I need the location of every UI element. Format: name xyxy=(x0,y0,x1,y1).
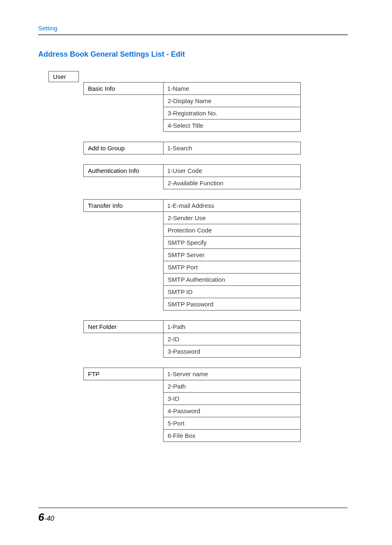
section-header-cell: Net Folder xyxy=(83,320,164,333)
list-item: SMTP Port xyxy=(163,261,301,274)
list-item: 3-ID xyxy=(163,393,301,405)
list-item: 1-E-mail Address xyxy=(163,199,301,212)
section-header-cell: Add to Group xyxy=(83,142,164,154)
page-index: 40 xyxy=(46,515,54,522)
section-items: 1-User Code 2-Available Function xyxy=(163,164,301,189)
list-item: 3-Registration No. xyxy=(163,107,301,120)
section-items: 1-Name 2-Display Name 3-Registration No.… xyxy=(163,82,301,132)
list-item: 1-Search xyxy=(163,142,301,154)
section-basic-info: Basic Info 1-Name 2-Display Name 3-Regis… xyxy=(83,82,348,132)
list-item: 2-Available Function xyxy=(163,177,301,189)
section-header: Setting xyxy=(38,25,348,32)
section-header-cell: Authentication Info xyxy=(83,164,164,177)
list-item: 2-Sender Use xyxy=(163,212,301,224)
list-item: SMTP Server xyxy=(163,249,301,261)
section-net-folder: Net Folder 1-Path 2-ID 3-Password xyxy=(83,320,348,358)
list-item: SMTP Authentication xyxy=(163,274,301,286)
list-item: 5-Port xyxy=(163,417,301,430)
page-number: 6-40 xyxy=(38,511,54,524)
list-item: SMTP Specify xyxy=(163,237,301,249)
section-header-cell: Transfer Info xyxy=(83,199,164,212)
list-item: SMTP Password xyxy=(163,298,301,310)
user-box: User xyxy=(48,71,79,82)
section-add-to-group: Add to Group 1-Search xyxy=(83,142,348,154)
section-items: 1-E-mail Address 2-Sender Use Protection… xyxy=(163,199,301,310)
section-header-cell: Basic Info xyxy=(83,82,164,95)
list-item: 1-User Code xyxy=(163,164,301,177)
list-item: 1-Name xyxy=(163,82,301,95)
section-items: 1-Path 2-ID 3-Password xyxy=(163,320,301,358)
list-item: 2-Display Name xyxy=(163,95,301,107)
section-items: 1-Search xyxy=(163,142,301,154)
section-ftp: FTP 1-Server name 2-Path 3-ID 4-Password… xyxy=(83,368,348,442)
list-item: SMTP ID xyxy=(163,286,301,298)
list-item: 1-Path xyxy=(163,320,301,333)
content-area: User Basic Info 1-Name 2-Display Name 3-… xyxy=(48,71,348,442)
section-transfer-info: Transfer Info 1-E-mail Address 2-Sender … xyxy=(83,199,348,310)
header-divider xyxy=(38,34,348,35)
list-item: 4-Password xyxy=(163,405,301,417)
list-item: 6-File Box xyxy=(163,430,301,442)
footer-divider xyxy=(38,508,348,508)
list-item: 2-Path xyxy=(163,380,301,393)
section-items: 1-Server name 2-Path 3-ID 4-Password 5-P… xyxy=(163,368,301,442)
list-item: Protection Code xyxy=(163,224,301,237)
section-authentication-info: Authentication Info 1-User Code 2-Availa… xyxy=(83,164,348,189)
list-item: 1-Server name xyxy=(163,368,301,380)
list-item: 4-Select Title xyxy=(163,120,301,132)
chapter-number: 6 xyxy=(38,511,44,523)
list-item: 3-Password xyxy=(163,345,301,358)
list-item: 2-ID xyxy=(163,333,301,345)
section-header-cell: FTP xyxy=(83,368,164,380)
page-title: Address Book General Settings List - Edi… xyxy=(38,50,348,59)
